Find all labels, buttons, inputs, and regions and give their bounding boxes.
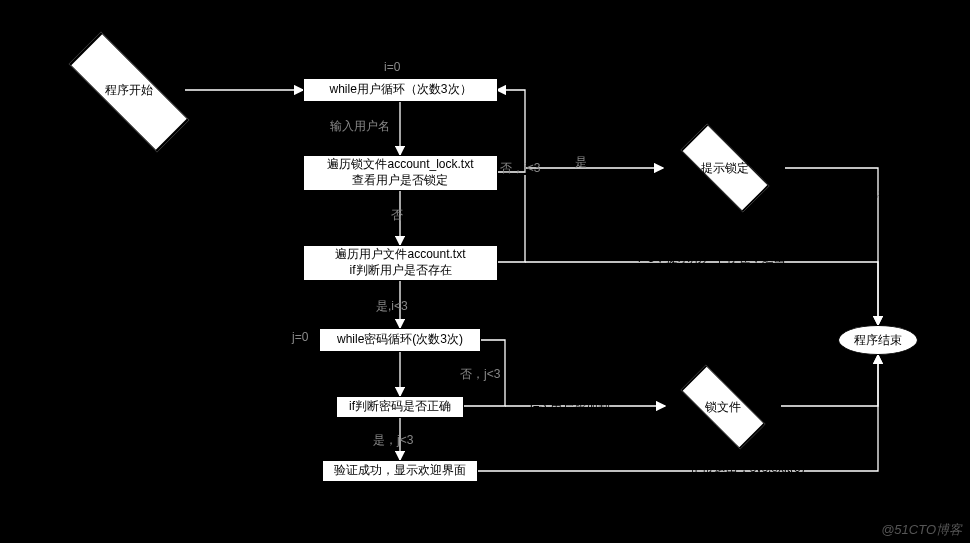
edge-label-ok-exit: 正常退出，sys.exit(0) — [690, 460, 805, 477]
watermark: @51CTO博客 — [881, 521, 962, 539]
check-user-node: 遍历用户文件account.txt if判断用户是否存在 — [303, 245, 498, 281]
edge-label-input-user: 输入用户名 — [330, 118, 390, 135]
end-node: 程序结束 — [838, 325, 918, 355]
check-pwd-node: if判断密码是否正确 — [336, 396, 464, 418]
welcome-node: 验证成功，显示欢迎界面 — [322, 460, 478, 482]
edge-label-yes: 是 — [575, 154, 587, 171]
edge-label-no-j3: 否，j<3 — [460, 366, 500, 383]
pwd-loop-node: while密码循环(次数3次) — [319, 328, 481, 352]
edge-label-no: 否 — [391, 207, 403, 224]
edge-label-i3-lock: i=3,用户添加到 — [530, 397, 610, 414]
edge-label-yes-i3: 是,i<3 — [376, 298, 408, 315]
edge-label-i3-noexist: i=3，提示用户不存在，退出 — [638, 250, 786, 267]
check-lock-node: 遍历锁文件account_lock.txt 查看用户是否锁定 — [303, 155, 498, 191]
prompt-locked-node — [681, 124, 770, 213]
user-loop-node: while用户循环（次数3次） — [303, 78, 498, 102]
edge-label-i0: i=0 — [384, 60, 400, 74]
edge-label-j0: j=0 — [292, 330, 308, 344]
start-node — [69, 32, 189, 152]
lock-file-node — [681, 365, 766, 450]
edge-label-no-i3: 否，i<3 — [500, 160, 540, 177]
edge-label-err-exit: 异常退出,sys.exit(1) — [827, 185, 933, 202]
edge-label-yes-j3: 是，j<3 — [373, 432, 413, 449]
flowchart-canvas: 程序开始 while用户循环（次数3次） 遍历锁文件account_lock.t… — [0, 0, 970, 543]
